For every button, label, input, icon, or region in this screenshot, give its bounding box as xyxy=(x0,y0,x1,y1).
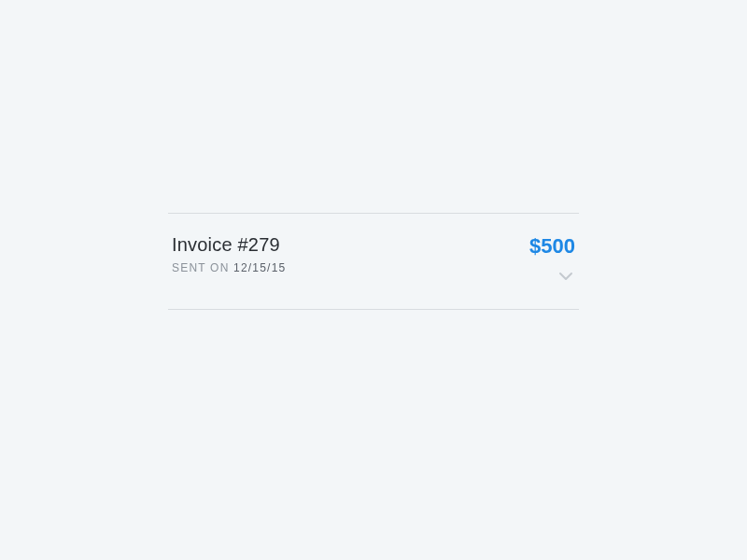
invoice-row[interactable]: Invoice #279 SENT ON 12/15/15 $500 xyxy=(168,213,579,310)
expand-toggle[interactable] xyxy=(557,266,575,287)
sent-label: SENT ON xyxy=(172,261,233,274)
invoice-meta: SENT ON 12/15/15 xyxy=(172,261,286,274)
invoice-right: $500 xyxy=(529,234,575,287)
invoice-info: Invoice #279 SENT ON 12/15/15 xyxy=(172,234,286,274)
sent-date: 12/15/15 xyxy=(233,261,286,274)
invoice-title: Invoice #279 xyxy=(172,234,286,256)
chevron-down-icon xyxy=(558,268,573,285)
invoice-amount: $500 xyxy=(529,234,575,259)
